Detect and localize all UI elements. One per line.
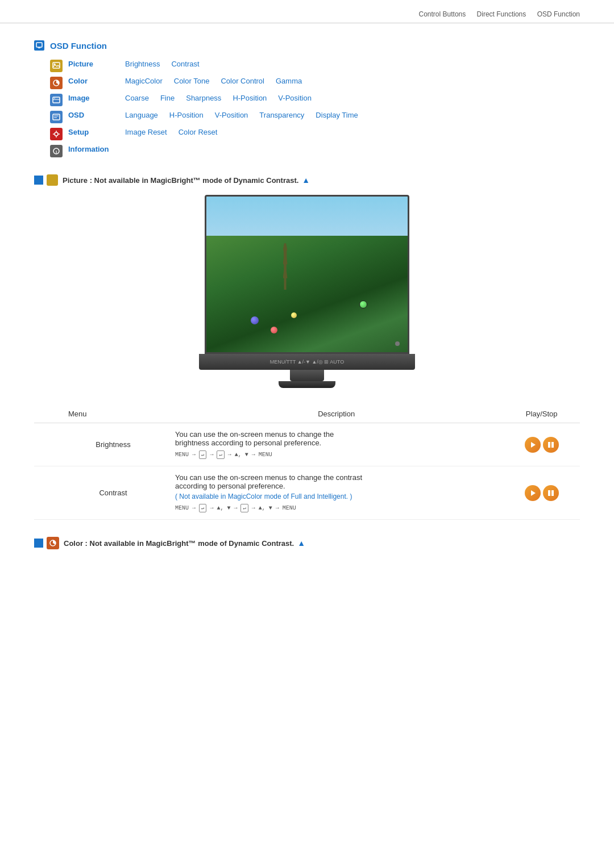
osd-section-title: OSD Function [50, 41, 107, 51]
contrast-cmd: MENU → ↵ → ▲, ▼ → ↵ → ▲, ▼ → MENU [175, 504, 497, 512]
osd-icon [50, 111, 63, 123]
monitor-screen [205, 195, 409, 354]
top-navigation: Control Buttons Direct Functions OSD Fun… [0, 0, 614, 23]
nav-direct-functions[interactable]: Direct Functions [477, 10, 526, 18]
link-hposition-image[interactable]: H-Position [233, 94, 267, 102]
picture-section-header: Picture : Not available in MagicBright™ … [34, 174, 580, 186]
link-color-control[interactable]: Color Control [221, 77, 264, 85]
image-icon [50, 94, 63, 106]
contrast-play-btn[interactable] [525, 485, 541, 501]
svg-rect-5 [53, 97, 60, 103]
col-header-menu: Menu [34, 405, 169, 423]
osd-menu-table: Picture Brightness Contrast Color MagicC… [50, 60, 580, 157]
brightness-label: Brightness [34, 423, 169, 466]
svg-rect-1 [38, 48, 40, 48]
setup-icon [50, 128, 63, 140]
brightness-description: You can use the on-screen menus to chang… [169, 423, 503, 466]
link-image-reset[interactable]: Image Reset [125, 128, 167, 136]
monitor-bezel: MENU/TTT ▲/-▼ ▲/◎ ⊞ AUTO [199, 354, 415, 370]
link-coarse[interactable]: Coarse [125, 94, 149, 102]
brightness-stop-btn[interactable] [543, 437, 559, 453]
link-color-tone[interactable]: Color Tone [174, 77, 210, 85]
contrast-desc-text: You can use the on-screen menus to chang… [175, 473, 497, 490]
svg-rect-2 [53, 62, 60, 68]
svg-rect-0 [36, 43, 42, 47]
brightness-play-buttons [509, 437, 574, 453]
contrast-label: Contrast [34, 466, 169, 520]
monitor-stand [290, 370, 324, 381]
link-color-reset[interactable]: Color Reset [179, 128, 218, 136]
svg-point-11 [55, 132, 58, 136]
svg-point-7 [54, 98, 55, 99]
contrast-note: ( Not available in MagicColor mode of Fu… [175, 493, 497, 500]
link-fine[interactable]: Fine [160, 94, 175, 102]
main-content: OSD Function Picture Brightness Contrast… [0, 40, 614, 549]
color-icon [50, 77, 63, 89]
svg-text:i: i [56, 149, 57, 155]
svg-rect-8 [53, 114, 60, 120]
menu-links-osd: Language H-Position V-Position Transpare… [125, 111, 370, 119]
table-row-contrast: Contrast You can use the on-screen menus… [34, 466, 580, 520]
link-brightness[interactable]: Brightness [125, 60, 160, 68]
osd-section-icon [34, 40, 44, 51]
svg-rect-23 [551, 490, 554, 496]
menu-label-information: Information [68, 145, 125, 153]
monitor-base [279, 381, 335, 388]
color-blue-square [34, 539, 43, 548]
picture-header-text: Picture : Not available in MagicBright™ … [63, 176, 298, 185]
menu-row-setup: Setup Image Reset Color Reset [50, 128, 580, 140]
link-contrast[interactable]: Contrast [171, 60, 199, 68]
link-language[interactable]: Language [125, 111, 158, 119]
svg-rect-22 [548, 490, 550, 496]
bezel-text: MENU/TTT ▲/-▼ ▲/◎ ⊞ AUTO [270, 359, 344, 365]
menu-row-osd: OSD Language H-Position V-Position Trans… [50, 111, 580, 123]
nav-osd-function[interactable]: OSD Function [537, 10, 580, 18]
table-row-brightness: Brightness You can use the on-screen men… [34, 423, 580, 466]
menu-row-information: i Information [50, 145, 580, 157]
brightness-playstop [503, 423, 580, 466]
contrast-playstop [503, 466, 580, 520]
color-section-icon [47, 537, 59, 549]
menu-label-setup: Setup [68, 128, 125, 136]
link-gamma[interactable]: Gamma [276, 77, 302, 85]
brightness-cmd: MENU → ↵ → ↵ → ▲, ▼ → MENU [175, 450, 497, 459]
menu-links-setup: Image Reset Color Reset [125, 128, 229, 136]
osd-section-header: OSD Function [34, 40, 580, 51]
svg-marker-18 [531, 442, 536, 448]
brightness-play-btn[interactable] [525, 437, 541, 453]
picture-blue-square [34, 176, 43, 185]
link-magiccolor[interactable]: MagicColor [125, 77, 163, 85]
link-transparency[interactable]: Transparency [259, 111, 304, 119]
menu-links-image: Coarse Fine Sharpness H-Position V-Posit… [125, 94, 323, 102]
menu-row-color: Color MagicColor Color Tone Color Contro… [50, 77, 580, 89]
picture-section-icon [47, 174, 58, 186]
link-vposition-image[interactable]: V-Position [278, 94, 312, 102]
menu-row-image: Image Coarse Fine Sharpness H-Position V… [50, 94, 580, 106]
nav-control-buttons[interactable]: Control Buttons [419, 10, 466, 18]
color-section-header: Color : Not available in MagicBright™ mo… [34, 537, 580, 549]
contrast-play-buttons [509, 485, 574, 501]
contrast-stop-btn[interactable] [543, 485, 559, 501]
menu-label-image: Image [68, 94, 125, 102]
link-vposition-osd[interactable]: V-Position [215, 111, 248, 119]
menu-row-picture: Picture Brightness Contrast [50, 60, 580, 72]
information-icon: i [50, 145, 63, 157]
svg-rect-19 [548, 442, 550, 448]
monitor-container: MENU/TTT ▲/-▼ ▲/◎ ⊞ AUTO [188, 195, 426, 388]
menu-label-osd: OSD [68, 111, 125, 119]
link-sharpness[interactable]: Sharpness [186, 94, 221, 102]
svg-marker-21 [531, 490, 536, 496]
menu-label-picture: Picture [68, 60, 125, 68]
description-table: Menu Description Play/Stop Brightness Yo… [34, 405, 580, 520]
brightness-desc-text: You can use the on-screen menus to chang… [175, 430, 497, 447]
col-header-description: Description [169, 405, 503, 423]
link-hposition-osd[interactable]: H-Position [169, 111, 204, 119]
link-display-time[interactable]: Display Time [316, 111, 358, 119]
picture-icon [50, 60, 63, 72]
col-header-playstop: Play/Stop [503, 405, 580, 423]
color-header-text: Color : Not available in MagicBright™ mo… [64, 539, 294, 548]
up-arrow-icon[interactable]: ▲ [302, 176, 310, 185]
svg-rect-20 [551, 442, 554, 448]
color-up-arrow-icon[interactable]: ▲ [297, 539, 305, 548]
menu-links-color: MagicColor Color Tone Color Control Gamm… [125, 77, 313, 85]
